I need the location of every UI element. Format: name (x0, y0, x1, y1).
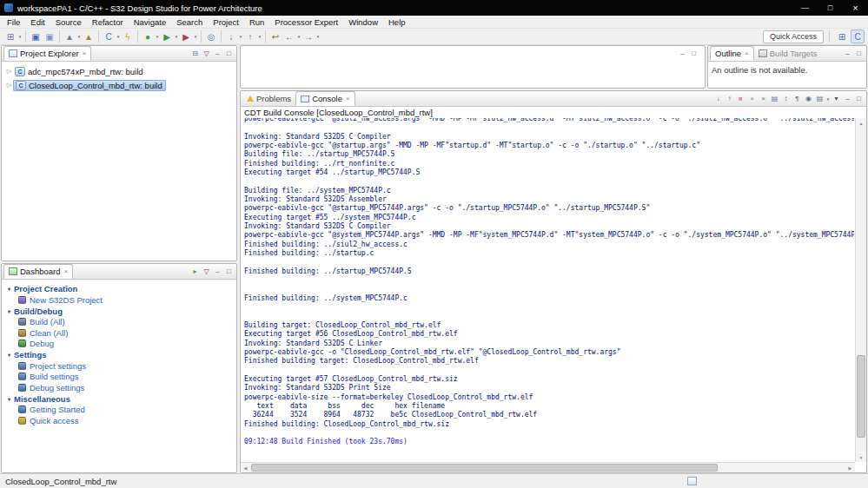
forward-dropdown-icon[interactable]: ▾ (315, 34, 321, 39)
previous-annotation-dropdown-icon[interactable]: ▾ (257, 34, 262, 39)
dashboard-section-header[interactable]: ▾Project Creation (8, 283, 236, 294)
new-c-project-icon[interactable]: C (102, 30, 116, 43)
tree-item-closedloop-control-mbd-rtw-build[interactable]: ▷CClosedLoop_Control_mbd_rtw: build (2, 78, 236, 92)
pin-console-icon[interactable]: ◉ (803, 93, 814, 104)
minimize-icon[interactable]: – (842, 48, 853, 59)
menu-processor-expert[interactable]: Processor Expert (269, 17, 343, 27)
menu-source[interactable]: Source (50, 17, 87, 27)
maximize-icon[interactable]: □ (223, 48, 235, 59)
flash-programmer-icon[interactable]: ϟ (121, 30, 135, 43)
console-output[interactable]: powerpc-eabivle-gcc "@siul2_hw_access.ar… (244, 118, 854, 462)
close-icon[interactable]: × (83, 49, 87, 57)
scroll-left-arrow-icon[interactable]: ◀ (241, 463, 250, 472)
dashboard-link-clean-all[interactable]: Clean (All) (8, 327, 236, 339)
remove-all-launches-icon[interactable]: × (758, 93, 769, 104)
dashboard-link-build-settings[interactable]: Build settings (8, 372, 236, 383)
console-vertical-scrollbar[interactable]: ▲ ▼ (855, 118, 866, 462)
debug-icon[interactable]: ● (141, 30, 155, 43)
search-icon[interactable]: ◎ (204, 30, 218, 43)
menu-window[interactable]: Window (343, 17, 383, 27)
back-icon[interactable]: ← (282, 30, 296, 43)
tab-build-targets[interactable]: Build Targets (754, 46, 822, 61)
scroll-next-icon[interactable]: ↓ (712, 93, 724, 104)
previous-annotation-icon[interactable]: ↑ (243, 30, 257, 43)
minimize-icon[interactable]: – (842, 93, 853, 104)
cpp-perspective-icon[interactable]: C (851, 30, 865, 43)
save-all-icon[interactable]: ▣ (43, 30, 56, 43)
external-tools-dropdown-icon[interactable]: ▾ (193, 34, 198, 39)
tab-dashboard[interactable]: Dashboard × (3, 264, 73, 279)
scroll-up-arrow-icon[interactable]: ▲ (856, 118, 866, 128)
editor-area[interactable]: –□ (240, 45, 706, 89)
minimize-button[interactable]: — (792, 0, 818, 16)
menu-project[interactable]: Project (208, 17, 244, 27)
terminate-icon[interactable]: ■ (735, 93, 746, 104)
menu-search[interactable]: Search (171, 17, 208, 27)
dashboard-section-header[interactable]: ▾Build/Debug (8, 306, 236, 317)
dashboard-link-quick-access[interactable]: Quick access (8, 415, 236, 426)
tab-console[interactable]: Console × (295, 91, 355, 106)
open-perspective-icon[interactable]: ⊞ (835, 30, 849, 43)
close-icon[interactable]: × (63, 267, 68, 275)
maximize-icon[interactable]: □ (853, 48, 865, 59)
view-menu-icon[interactable]: ▽ (201, 48, 212, 59)
dashboard-action-icon[interactable]: ▸ (189, 266, 201, 277)
menu-edit[interactable]: Edit (25, 17, 50, 27)
view-menu-icon[interactable]: ▾ (831, 93, 842, 104)
dashboard-link-build-all[interactable]: Build (All) (8, 317, 236, 328)
clear-console-icon[interactable]: ▤ (769, 93, 780, 104)
console-horizontal-scrollbar[interactable]: ◀ ▶ (241, 462, 855, 472)
close-icon[interactable]: × (745, 49, 749, 57)
expand-arrow-icon[interactable]: ▷ (5, 82, 13, 89)
build-all-icon[interactable]: ▲ (82, 30, 96, 43)
tab-problems[interactable]: Problems (242, 91, 295, 106)
menu-navigate[interactable]: Navigate (129, 17, 172, 27)
remove-launch-icon[interactable]: × (746, 93, 758, 104)
dashboard-link-getting-started[interactable]: Getting Started (8, 405, 236, 416)
collapse-all-icon[interactable]: ⊟ (189, 48, 201, 59)
dashboard-link-new-s32ds-project[interactable]: New S32DS Project (8, 294, 236, 306)
minimize-icon[interactable]: – (677, 48, 688, 59)
forward-icon[interactable]: → (301, 30, 315, 43)
word-wrap-icon[interactable]: ¶ (792, 93, 803, 104)
scroll-right-arrow-icon[interactable]: ▶ (845, 463, 855, 472)
maximize-icon[interactable]: □ (223, 266, 235, 277)
quick-access-button[interactable]: Quick Access (763, 30, 824, 43)
new-wizard-dropdown-icon[interactable]: ▾ (17, 34, 23, 39)
menu-refactor[interactable]: Refactor (87, 17, 129, 27)
dashboard-link-debug-settings[interactable]: Debug settings (8, 382, 236, 393)
vertical-scroll-thumb[interactable] (857, 355, 865, 438)
minimize-icon[interactable]: – (212, 266, 223, 277)
close-button[interactable]: × (843, 0, 868, 16)
maximize-icon[interactable]: □ (688, 48, 699, 59)
dashboard-link-project-settings[interactable]: Project settings (8, 360, 236, 372)
dashboard-section-header[interactable]: ▾Settings (8, 349, 236, 360)
progress-icon[interactable] (687, 477, 697, 485)
run-icon[interactable]: ▶ (160, 30, 174, 43)
open-console-icon[interactable]: ▤ (814, 93, 825, 104)
tree-item-adc-mpc574xp-mbd-rtw-build[interactable]: ▷Cadc_mpc574xP_mbd_rtw: build (2, 64, 236, 78)
dashboard-section-header[interactable]: ▾Miscellaneous (8, 393, 236, 405)
horizontal-scroll-thumb[interactable] (251, 464, 718, 472)
last-edit-location-icon[interactable]: ↩ (268, 30, 282, 43)
new-wizard-icon[interactable]: ⊞ (3, 30, 17, 43)
external-tools-icon[interactable]: ▶ (179, 30, 193, 43)
build-icon[interactable]: ▲ (63, 30, 76, 43)
minimize-icon[interactable]: – (212, 48, 223, 59)
menu-run[interactable]: Run (244, 17, 269, 27)
menu-help[interactable]: Help (383, 17, 411, 27)
scroll-down-arrow-icon[interactable]: ▼ (856, 452, 866, 462)
tab-project-explorer[interactable]: Project Explorer × (3, 46, 91, 61)
scroll-previous-icon[interactable]: ↑ (724, 93, 735, 104)
tab-outline[interactable]: Outline × (710, 46, 754, 61)
save-icon[interactable]: ▣ (29, 30, 43, 43)
maximize-button[interactable]: □ (818, 0, 843, 16)
dashboard-link-debug[interactable]: Debug (8, 339, 236, 350)
menu-file[interactable]: File (2, 17, 25, 27)
view-menu-icon[interactable]: ▽ (201, 266, 212, 277)
maximize-icon[interactable]: □ (853, 93, 865, 104)
expand-arrow-icon[interactable]: ▷ (5, 68, 13, 75)
close-icon[interactable]: × (346, 95, 350, 102)
scroll-lock-icon[interactable]: ↕ (780, 93, 792, 104)
next-annotation-icon[interactable]: ↓ (224, 30, 238, 43)
